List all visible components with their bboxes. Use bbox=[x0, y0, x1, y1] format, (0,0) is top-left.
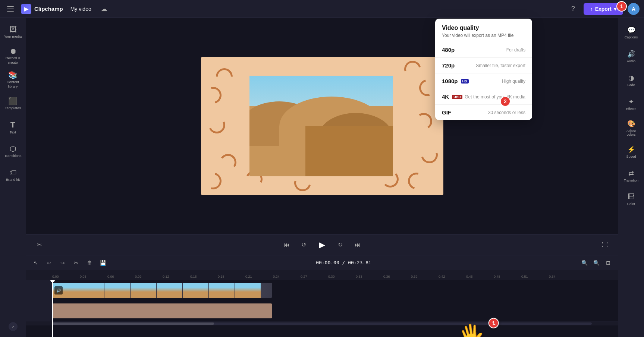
export-option-4k-left: 4K UHD bbox=[442, 94, 462, 100]
sidebar-collapse-button[interactable]: > bbox=[9, 322, 18, 331]
export-option-1080p-left: 1080p HD bbox=[442, 78, 469, 84]
adjust-colors-label: Adjustcolors bbox=[626, 129, 636, 136]
account-avatar[interactable]: A bbox=[628, 3, 640, 15]
delete-button[interactable]: 🗑 bbox=[84, 258, 95, 268]
video-track-content[interactable]: 🔊 bbox=[52, 280, 618, 300]
background-track[interactable] bbox=[52, 303, 272, 318]
ruler-mark-30: 0:30 bbox=[328, 275, 356, 278]
right-sidebar-audio[interactable]: 🔊 Audio bbox=[620, 45, 643, 68]
fullscreen-button[interactable]: ⛶ bbox=[599, 239, 610, 251]
video-thumb-4 bbox=[131, 283, 157, 298]
timeline-scrollbar[interactable] bbox=[26, 321, 618, 325]
redo-button[interactable]: ↪ bbox=[57, 258, 68, 268]
sidebar-item-your-media[interactable]: 🖼 Your media bbox=[2, 21, 24, 43]
sidebar-item-templates[interactable]: ⬛ Templates bbox=[2, 92, 24, 115]
right-sidebar-transition[interactable]: ⇄ Transition bbox=[620, 164, 643, 187]
right-sidebar-effects[interactable]: ✦ Effects bbox=[620, 92, 643, 116]
topbar: ▶ Clipchamp My video ☁ ? ↑ Export ▾ 1 A bbox=[0, 0, 644, 18]
rewind-5s-button[interactable]: ↺ bbox=[298, 239, 310, 251]
effects-icon: ✦ bbox=[628, 98, 634, 106]
timestamp-current: 00:00.00 bbox=[316, 260, 339, 265]
export-button[interactable]: ↑ Export ▾ 1 bbox=[584, 3, 623, 15]
transitions-icon: ⬡ bbox=[10, 145, 16, 152]
ruler-mark-3: 0:03 bbox=[80, 275, 107, 278]
right-sidebar-speed[interactable]: ⚡ Speed bbox=[620, 140, 643, 163]
speed-label: Speed bbox=[626, 155, 636, 158]
export-option-720p-left: 720p bbox=[442, 62, 455, 69]
right-sidebar-captions[interactable]: 💬 Captions bbox=[620, 21, 643, 44]
help-button[interactable]: ? bbox=[567, 3, 579, 15]
select-tool-button[interactable]: ↖ bbox=[31, 258, 41, 268]
zoom-fit-button[interactable]: ⊡ bbox=[603, 258, 613, 268]
export-option-4k[interactable]: 4K UHD Get the most of your 4K media bbox=[435, 89, 532, 104]
export-4k-badge: UHD bbox=[452, 95, 462, 99]
sidebar-item-record-create[interactable]: ⏺ Record &create bbox=[2, 45, 24, 67]
sidebar-item-transitions[interactable]: ⬡ Transitions bbox=[2, 140, 24, 163]
your-media-label: Your media bbox=[4, 34, 22, 38]
ruler-mark-48: 0:48 bbox=[494, 275, 521, 278]
color-icon: 🎞 bbox=[628, 193, 635, 201]
timeline-toolbar: ↖ ↩ ↪ ✂ 🗑 💾 00:00.00 / 00:23.81 🔍 🔍 ⊡ bbox=[26, 255, 618, 270]
audio-icon: 🔊 bbox=[627, 50, 635, 58]
export-1080p-desc: High quality bbox=[502, 79, 525, 84]
crop-button[interactable]: ✂ bbox=[34, 239, 45, 251]
audio-track-indicator: 🔊 bbox=[54, 286, 63, 295]
dune-shadow bbox=[305, 126, 393, 176]
playback-left: ✂ bbox=[34, 239, 45, 251]
undo-button[interactable]: ↩ bbox=[44, 258, 54, 268]
effects-label: Effects bbox=[626, 107, 636, 111]
right-sidebar-adjust-colors[interactable]: 🎨 Adjustcolors bbox=[620, 116, 643, 139]
save-button[interactable]: 💾 bbox=[98, 258, 108, 268]
timeline-tracks: 🔊 bbox=[26, 280, 618, 337]
play-pause-button[interactable]: ▶ bbox=[315, 238, 329, 252]
zoom-in-button[interactable]: 🔍 bbox=[591, 258, 601, 268]
transition-icon: ⇄ bbox=[628, 169, 634, 177]
export-chevron: ▾ bbox=[614, 6, 616, 12]
right-sidebar-color[interactable]: 🎞 Color bbox=[620, 188, 643, 211]
adjust-colors-icon: 🎨 bbox=[627, 120, 635, 128]
brand-kit-icon: 🏷 bbox=[9, 169, 17, 176]
video-track[interactable]: 🔊 bbox=[52, 283, 272, 298]
brand-kit-label: Brand kit bbox=[6, 177, 20, 182]
video-thumb-2 bbox=[78, 283, 104, 298]
export-option-1080p[interactable]: 1080p HD High quality bbox=[435, 73, 532, 89]
bg-track-row bbox=[26, 300, 618, 321]
templates-label: Templates bbox=[5, 106, 21, 110]
ruler-mark-51: 0:51 bbox=[521, 275, 549, 278]
playback-right: ⛶ bbox=[599, 239, 610, 251]
project-title[interactable]: My video bbox=[67, 4, 94, 13]
cloud-save-icon[interactable]: ☁ bbox=[99, 4, 109, 14]
step-number-2: 2 bbox=[500, 96, 511, 107]
fade-icon: ◑ bbox=[628, 74, 634, 82]
export-option-720p[interactable]: 720p Smaller file, faster export bbox=[435, 57, 532, 73]
ruler-mark-6: 0:06 bbox=[107, 275, 135, 278]
skip-back-button[interactable]: ⏮ bbox=[281, 239, 292, 251]
sidebar-item-content-library[interactable]: 📚 Contentlibrary bbox=[2, 69, 24, 91]
export-dropdown-title: Video quality bbox=[442, 25, 525, 31]
timeline-playhead[interactable] bbox=[52, 280, 53, 337]
export-option-480p[interactable]: 480p For drafts bbox=[435, 42, 532, 57]
ruler-mark-0: 0:00 bbox=[52, 275, 80, 278]
bg-track-content[interactable] bbox=[52, 300, 618, 321]
video-thumb-7 bbox=[209, 283, 235, 298]
sidebar-item-text[interactable]: T Text bbox=[2, 116, 24, 139]
scrollbar-thumb[interactable] bbox=[52, 322, 214, 325]
skip-forward-button[interactable]: ⏭ bbox=[352, 239, 363, 251]
sidebar-item-brand-kit[interactable]: 🏷 Brand kit bbox=[2, 164, 24, 186]
right-sidebar-fade[interactable]: ◑ Fade bbox=[620, 69, 643, 92]
export-480p-desc: For drafts bbox=[506, 47, 525, 53]
ruler-mark-39: 0:39 bbox=[411, 275, 439, 278]
content-library-label: Contentlibrary bbox=[7, 80, 19, 88]
timestamp-total: 00:23.81 bbox=[348, 260, 371, 265]
scrollbar-track[interactable] bbox=[52, 322, 592, 325]
ruler-marks: 0:00 0:03 0:06 0:09 0:12 0:15 0:18 0:21 … bbox=[52, 275, 577, 278]
zoom-out-button[interactable]: 🔍 bbox=[579, 258, 590, 268]
forward-5s-button[interactable]: ↻ bbox=[335, 239, 346, 251]
export-option-gif[interactable]: GIF 30 seconds or less bbox=[435, 104, 532, 120]
hamburger-menu[interactable] bbox=[4, 3, 16, 15]
export-4k-desc: Get the most of your 4K media bbox=[465, 94, 525, 100]
captions-label: Captions bbox=[625, 35, 638, 39]
transition-label: Transition bbox=[624, 179, 638, 182]
cut-button[interactable]: ✂ bbox=[71, 258, 81, 268]
ruler-mark-54: 0:54 bbox=[549, 275, 577, 278]
